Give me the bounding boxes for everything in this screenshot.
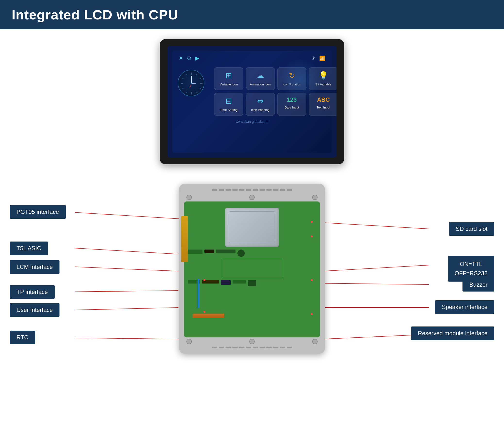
page-title: Integrated LCD with CPU [12,7,492,23]
animation-icon-label: Animation Icon [250,83,271,86]
pcb-capacitor [237,249,245,257]
app-variable-icon[interactable]: ⊞ Variable Icon [214,67,243,90]
vent-b [239,347,244,348]
svg-line-11 [199,88,201,89]
label-t5l-text: T5L ASIC [17,245,41,251]
app-row-2: ⊟ Time Setting ⇔ Icon Panning 123 Data I… [214,93,337,116]
label-pgt05-text: PGT05 interface [17,209,59,215]
svg-line-4 [196,74,197,76]
app-icon-rotation[interactable]: ↻ Icon Rotation [277,67,306,90]
screws-top [184,195,320,200]
vent [253,189,258,191]
app-row-1: ⊞ Variable Icon ☁ Animation Icon ↻ Icon … [214,67,337,90]
vent [226,189,231,191]
svg-line-9 [186,91,187,93]
label-tp-text: TP interface [17,289,48,295]
label-user-text: User interface [17,307,53,313]
screen-top-bar: ✕ ⊙ ▶ ☀ 📶 [178,55,326,61]
app-data-input[interactable]: 123 Data Input [277,93,306,116]
screen-right-icons: ☀ 📶 [311,55,325,61]
screw [249,195,255,200]
time-setting-label: Time Setting [220,108,238,112]
app-bit-variable[interactable]: 💡 Bit Variable [309,67,337,90]
label-ttl-text: ON=TTLOFF=RS232 [455,261,487,277]
label-buzzer: Buzzer [463,278,494,292]
screw-bottom-2 [249,339,255,344]
vent-b [253,347,258,348]
brightness-icon: ☀ [311,55,316,61]
vent [219,189,224,191]
lcd-screen: ✕ ⊙ ▶ ☀ 📶 [167,46,337,158]
solder-dot-5 [203,311,205,313]
clock-svg [178,70,205,97]
vent [239,189,244,191]
vent [232,189,238,191]
svg-line-24 [323,283,429,284]
vent [280,189,285,191]
label-rtc: RTC [10,331,35,344]
svg-line-10 [196,91,197,93]
blue-cable [197,279,199,308]
pcb-chip [188,249,202,254]
screws-bottom [184,339,320,344]
pcb-chip-6 [221,280,231,285]
app-time-setting[interactable]: ⊟ Time Setting [214,93,243,116]
svg-line-18 [75,267,179,271]
text-input-label: Text Input [317,106,330,109]
screen-website: www.dwin-global.com [178,120,326,124]
vent [287,189,292,191]
svg-line-8 [182,88,184,89]
pcb-components-bottom [188,280,316,286]
label-speaker: Speaker interface [435,300,494,314]
app-text-input[interactable]: ABC Text Input [309,93,337,116]
yellow-strip [181,216,188,262]
svg-point-15 [191,83,192,84]
vent [273,189,278,191]
solder-dot-2 [311,235,313,237]
pcb-highlight-rect [222,259,282,278]
screw-bottom-1 [186,339,192,344]
label-sd: SD card slot [449,222,494,236]
app-grid: ⊞ Variable Icon ☁ Animation Icon ↻ Icon … [214,67,337,116]
svg-line-6 [186,74,187,76]
panning-label: Icon Panning [251,108,270,112]
solder-dot-4 [203,279,205,281]
pcb-device [179,184,325,354]
label-lcm: LCM interface [10,260,59,274]
svg-line-19 [75,291,179,292]
animation-icon-symbol: ☁ [248,71,272,80]
label-rtc-text: RTC [17,334,28,340]
app-icon-panning[interactable]: ⇔ Icon Panning [246,93,275,116]
metal-shield-inner [229,212,275,243]
pcb-chip-7 [233,280,246,284]
screw [186,195,192,200]
clock-widget [178,67,209,96]
solder-dot-1 [311,221,313,223]
lcd-device: ✕ ⊙ ▶ ☀ 📶 [160,39,344,164]
app-animation-icon[interactable]: ☁ Animation Icon [246,67,275,90]
label-speaker-text: Speaker interface [442,304,487,310]
screw [312,195,318,200]
pcb-section: PGT05 interface T5L ASIC LCM interface T… [0,179,504,417]
label-tp: TP interface [10,285,55,299]
vent-b [219,347,224,348]
vent [260,189,265,191]
svg-line-5 [199,78,201,79]
vent-b [280,347,285,348]
vent-b [226,347,231,348]
vent-b [212,347,217,348]
label-user: User interface [10,303,59,317]
label-t5l: T5L ASIC [10,242,48,255]
label-reserved-text: Reserved module interface [418,330,487,337]
screen-content: ⊞ Variable Icon ☁ Animation Icon ↻ Icon … [178,67,326,116]
bit-variable-symbol: 💡 [311,71,335,80]
pcb-connector [248,280,256,286]
data-input-label: Data Input [285,106,299,109]
pcb-outer-case [179,184,325,354]
wifi-icon: 📶 [319,55,325,61]
vent-b [287,347,292,348]
vents-top [184,189,320,191]
website-text: www.dwin-global.com [236,120,269,124]
screen-left-icons: ✕ ⊙ ▶ [179,55,199,61]
svg-line-20 [75,308,179,310]
